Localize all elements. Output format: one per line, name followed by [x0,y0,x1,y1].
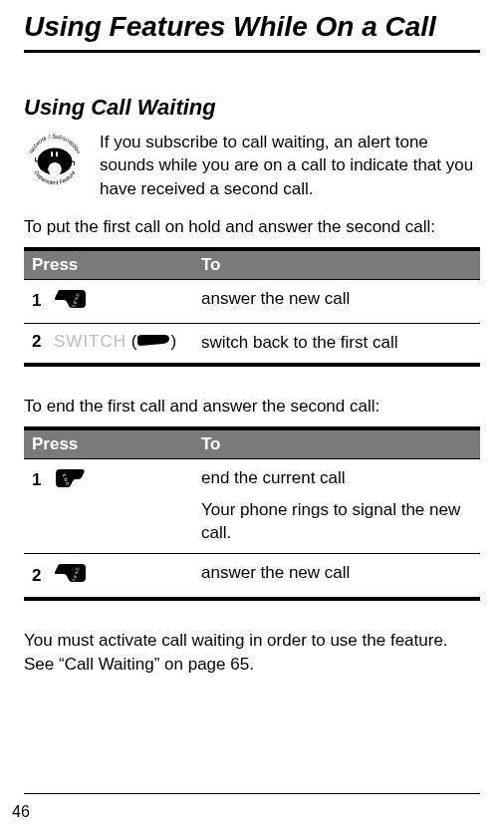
table1-header-press: Press [24,251,193,279]
softkey-right-icon [136,332,170,352]
lead-paragraph-1: To put the first call on hold and answer… [24,215,480,239]
svg-rect-4 [56,151,58,156]
lead-paragraph-2: To end the first call and answer the sec… [24,395,480,418]
table-row: 2 SWITCH ( ) switch back to the first ca… [24,323,480,363]
svg-point-5 [48,162,62,176]
intro-paragraph: If you subscribe to call waiting, an ale… [100,131,480,201]
send-button-icon: S E N D [54,562,88,589]
page-number: 46 [12,803,30,821]
step-number: 1 [32,291,54,311]
table2-row1-description: end the current call [201,467,472,490]
softkey-parenthesis: ( [126,332,136,352]
end-button-icon: E N D [54,467,88,494]
table1-row2-description: switch back to the first call [193,324,480,363]
footer-rule [24,793,480,794]
title-rule [24,50,480,53]
table-row: 2 S E N D answer the new call [24,553,480,597]
network-dependent-feature-icon: Network / Subscription Dependent Feature [24,131,86,192]
section-heading: Using Call Waiting [24,95,480,121]
step-number: 2 [32,332,54,352]
table-row: 1 S E N D answer the new call [24,279,480,323]
table1-row1-description: answer the new call [193,280,480,319]
send-button-icon: S E N D [54,288,88,315]
table2-row1-secondary: Your phone rings to signal the new call. [201,499,472,545]
table-row: 1 E N D end the current call Your phone … [24,458,480,554]
softkey-parenthesis-close: ) [170,332,176,352]
table2-row2-description: answer the new call [193,554,480,593]
table1-header-to: To [193,251,480,279]
table2-header-press: Press [24,430,193,458]
step-number: 2 [32,566,54,586]
page-title: Using Features While On a Call [24,10,480,44]
instruction-table-1: Press To 1 S E N D answer the new call 2… [24,247,480,367]
switch-label: SWITCH [54,332,126,352]
step-number: 1 [32,470,54,490]
closing-paragraph: You must activate call waiting in order … [24,629,480,677]
svg-rect-3 [51,151,53,156]
instruction-table-2: Press To 1 E N D end the current call Yo… [24,426,480,602]
table2-header-to: To [193,430,480,458]
